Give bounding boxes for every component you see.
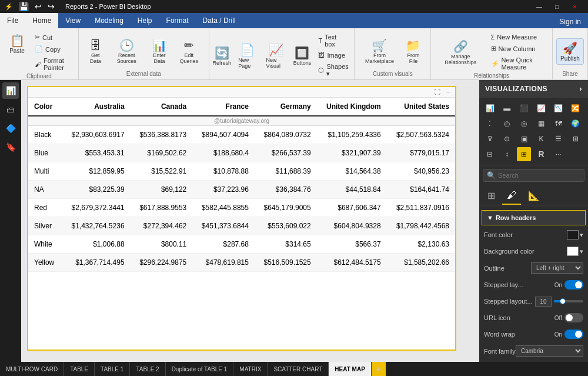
viz-combo-chart[interactable]: 🔀 xyxy=(569,101,583,115)
viz-bar-chart[interactable]: 📊 xyxy=(483,101,497,115)
new-measure-btn[interactable]: Σ New Measure xyxy=(487,32,548,42)
new-page-btn[interactable]: 📄 New Page xyxy=(234,40,260,72)
recent-sources-btn[interactable]: 🕒 Recent Sources xyxy=(109,35,145,67)
from-file-btn[interactable]: 📁 From File xyxy=(401,35,426,67)
tab-multi-row-card[interactable]: MULTI-ROW CARD xyxy=(0,362,64,376)
cut-btn[interactable]: ✂ Cut xyxy=(31,32,74,43)
viz-area-chart[interactable]: 📉 xyxy=(552,101,566,115)
viz-stacked-bar[interactable]: ▬ xyxy=(500,101,514,115)
paste-btn[interactable]: 📋 Paste xyxy=(5,32,29,56)
tab-heat-map[interactable]: HEAT MAP xyxy=(329,362,371,376)
viz-treemap[interactable]: ▦ xyxy=(534,117,548,131)
data-view-icon[interactable]: 🗃 xyxy=(2,101,19,118)
tab-format[interactable]: Format xyxy=(159,13,196,28)
model-view-icon[interactable]: 🔷 xyxy=(2,120,19,137)
font-color-dropdown-icon[interactable]: ▾ xyxy=(580,231,583,239)
url-icon-toggle[interactable] xyxy=(564,313,583,322)
maximize-btn[interactable]: □ xyxy=(548,0,566,13)
new-quick-measure-btn[interactable]: ⚡ New Quick Measure xyxy=(487,55,548,72)
viz-funnel[interactable]: ⊽ xyxy=(483,132,497,146)
shapes-btn[interactable]: ⬡ Shapes ▾ xyxy=(314,61,352,79)
refresh-btn[interactable]: 🔄 Refresh xyxy=(211,43,233,69)
viz-clustered-bar[interactable]: ⬛ xyxy=(517,101,531,115)
tab-matrix[interactable]: MATRIX xyxy=(233,362,268,376)
edit-queries-btn[interactable]: ✏ Edit Queries xyxy=(174,35,204,67)
tab-table[interactable]: TABLE xyxy=(64,362,95,376)
outline-select[interactable]: Left + right Top + bottom All None xyxy=(531,262,583,274)
sign-in-btn[interactable]: Sign in xyxy=(552,15,588,28)
font-family-select[interactable]: Cambria Arial Calibri Times New Roman xyxy=(516,345,583,357)
buttons-btn[interactable]: 🔲 Buttons xyxy=(291,43,313,69)
tab-file[interactable]: File xyxy=(0,13,25,28)
table-cell-value: $10,878.88 xyxy=(192,162,255,181)
image-btn[interactable]: 🖼 Image xyxy=(314,50,352,61)
viz-map[interactable]: 🗺 xyxy=(552,117,566,131)
table-cell-value: $37,223.96 xyxy=(192,181,255,199)
font-color-swatch[interactable] xyxy=(567,230,579,239)
new-column-btn[interactable]: ⊞ New Column xyxy=(487,43,548,54)
viz-more[interactable]: ··· xyxy=(552,147,566,161)
redo-icon[interactable]: ↪ xyxy=(45,2,57,11)
word-wrap-toggle[interactable] xyxy=(564,330,583,339)
format-tab[interactable]: 🖌 xyxy=(502,188,521,205)
viz-heatmap[interactable]: ⊞ xyxy=(517,147,531,161)
stepped-layout-slider[interactable] xyxy=(554,300,583,302)
format-painter-btn[interactable]: 🖌 Format Painter xyxy=(31,55,74,73)
stepped-layout-num-input[interactable] xyxy=(535,297,552,307)
tab-help[interactable]: Help xyxy=(131,13,159,28)
undo-icon[interactable]: ↩ xyxy=(32,2,44,11)
row-headers-section-header[interactable]: ▼ Row headers xyxy=(482,210,586,225)
expand-panel-btn[interactable]: › xyxy=(580,85,583,93)
word-wrap-knob xyxy=(575,331,582,338)
tab-modeling[interactable]: Modeling xyxy=(88,13,131,28)
table-cell-value: $604,804.9328 xyxy=(317,217,387,235)
tab-view[interactable]: View xyxy=(58,13,88,28)
tab-table-2[interactable]: TABLE 2 xyxy=(130,362,165,376)
analytics-tab[interactable]: 📐 xyxy=(523,188,544,205)
viz-scatter[interactable]: ⁚ xyxy=(483,117,497,131)
viz-r-visual[interactable]: R xyxy=(534,147,548,161)
viz-waterfall[interactable]: ↕ xyxy=(500,147,514,161)
new-visual-btn[interactable]: 📈 New Visual xyxy=(262,40,290,72)
fields-tab[interactable]: ⊞ xyxy=(483,188,500,205)
copy-btn[interactable]: 📄 Copy xyxy=(31,44,74,55)
search-input[interactable] xyxy=(498,172,580,179)
bg-color-dropdown-icon[interactable]: ▾ xyxy=(580,248,583,255)
manage-relationships-btn[interactable]: 🔗 Manage Relationships xyxy=(436,36,485,68)
viz-kpi[interactable]: K xyxy=(534,132,548,146)
minimize-btn[interactable]: — xyxy=(530,0,548,13)
table-scroll-area[interactable]: Color Australia Canada France Germany Un… xyxy=(28,98,455,272)
tab-table-1[interactable]: TABLE 1 xyxy=(95,362,130,376)
bookmark-icon[interactable]: 🔖 xyxy=(2,139,19,155)
viz-line-chart[interactable]: 📈 xyxy=(534,101,548,115)
from-marketplace-btn[interactable]: 🛒 From Marketplace xyxy=(359,35,399,67)
tab-home[interactable]: Home xyxy=(25,13,58,28)
viz-pie[interactable]: ◴ xyxy=(500,117,514,131)
outline-label: Outline xyxy=(484,265,531,272)
save-icon[interactable]: 💾 xyxy=(16,2,31,11)
title-bar-left: ⚡ 💾 ↩ ↪ Reports 2 - Power BI Desktop xyxy=(5,2,151,11)
enter-data-btn[interactable]: 📊 Enter Data xyxy=(146,35,173,67)
tab-scatter-chart[interactable]: SCATTER CHART xyxy=(268,362,329,376)
text-size-row: Text size ▾ xyxy=(479,360,588,362)
bg-color-swatch[interactable] xyxy=(567,247,579,256)
clipboard-small-btns: ✂ Cut 📄 Copy 🖌 Format Painter xyxy=(31,32,74,73)
textbox-btn[interactable]: T Text box xyxy=(314,32,352,49)
viz-donut[interactable]: ◎ xyxy=(517,117,531,131)
get-data-btn[interactable]: 🗄 Get Data xyxy=(83,35,108,67)
close-btn[interactable]: ✕ xyxy=(566,0,583,13)
viz-gauge[interactable]: ⊙ xyxy=(500,132,514,146)
report-view-icon[interactable]: 📊 xyxy=(2,82,19,99)
more-options-btn[interactable]: ··· xyxy=(445,88,453,96)
tab-duplicate-table-1[interactable]: Duplicate of TABLE 1 xyxy=(166,362,234,376)
expand-visual-btn[interactable]: ⛶ xyxy=(433,88,442,96)
tab-data-drill[interactable]: Data / Drill xyxy=(196,13,243,28)
stepped-layout-toggle[interactable] xyxy=(564,280,583,290)
viz-slicer[interactable]: ☰ xyxy=(552,132,566,146)
add-tab-btn[interactable]: + xyxy=(372,362,386,376)
viz-card[interactable]: ▣ xyxy=(517,132,531,146)
viz-filled-map[interactable]: 🌍 xyxy=(569,117,583,131)
publish-btn[interactable]: 🚀 Publish xyxy=(556,38,584,65)
viz-table[interactable]: ⊞ xyxy=(569,132,583,146)
viz-matrix[interactable]: ⊟ xyxy=(483,147,497,161)
